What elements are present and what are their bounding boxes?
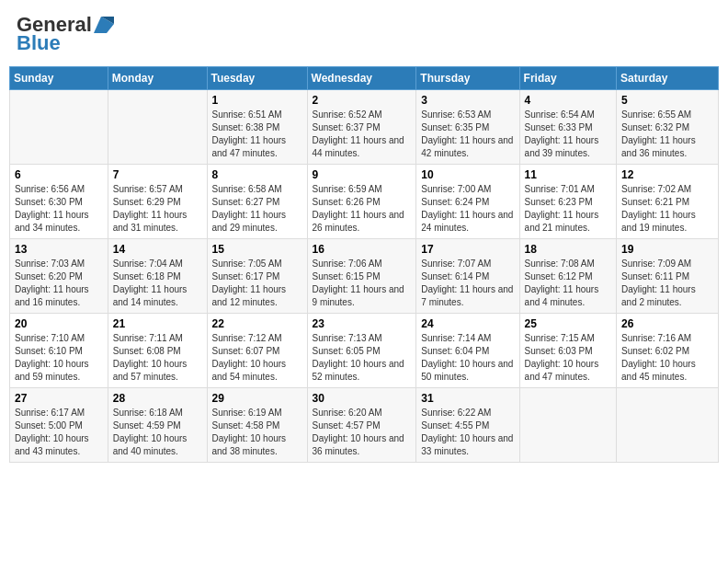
day-number: 8 — [212, 168, 302, 181]
day-header-sunday: Sunday — [10, 67, 108, 90]
day-info: Sunrise: 6:17 AMSunset: 5:00 PMDaylight:… — [15, 407, 103, 458]
calendar-cell: 3Sunrise: 6:53 AMSunset: 6:35 PMDaylight… — [416, 90, 519, 165]
day-info: Sunrise: 6:22 AMSunset: 4:55 PMDaylight:… — [421, 407, 514, 458]
day-number: 27 — [15, 392, 103, 405]
calendar-cell: 20Sunrise: 7:10 AMSunset: 6:10 PMDayligh… — [10, 314, 108, 388]
day-info: Sunrise: 7:05 AMSunset: 6:17 PMDaylight:… — [212, 258, 302, 309]
day-number: 24 — [421, 317, 514, 330]
calendar-cell: 19Sunrise: 7:09 AMSunset: 6:11 PMDayligh… — [617, 239, 719, 314]
calendar-cell: 6Sunrise: 6:56 AMSunset: 6:30 PMDaylight… — [10, 165, 108, 239]
day-number: 5 — [621, 94, 713, 107]
day-number: 3 — [421, 94, 514, 107]
day-info: Sunrise: 6:18 AMSunset: 4:59 PMDaylight:… — [113, 407, 202, 458]
calendar-cell: 25Sunrise: 7:15 AMSunset: 6:03 PMDayligh… — [519, 314, 616, 388]
day-header-tuesday: Tuesday — [207, 67, 307, 90]
day-info: Sunrise: 7:09 AMSunset: 6:11 PMDaylight:… — [621, 258, 713, 309]
day-number: 28 — [113, 392, 202, 405]
logo-icon — [94, 17, 114, 33]
day-info: Sunrise: 6:52 AMSunset: 6:37 PMDaylight:… — [313, 109, 412, 160]
day-info: Sunrise: 6:56 AMSunset: 6:30 PMDaylight:… — [15, 183, 103, 235]
day-number: 30 — [313, 392, 412, 405]
calendar-cell: 10Sunrise: 7:00 AMSunset: 6:24 PMDayligh… — [416, 165, 519, 239]
day-number: 2 — [313, 94, 412, 107]
day-info: Sunrise: 7:06 AMSunset: 6:15 PMDaylight:… — [313, 258, 412, 309]
day-header-friday: Friday — [519, 67, 616, 90]
calendar-cell: 22Sunrise: 7:12 AMSunset: 6:07 PMDayligh… — [207, 314, 307, 388]
calendar-cell — [10, 90, 108, 165]
calendar-cell: 28Sunrise: 6:18 AMSunset: 4:59 PMDayligh… — [108, 388, 207, 463]
calendar-cell: 17Sunrise: 7:07 AMSunset: 6:14 PMDayligh… — [416, 239, 519, 314]
day-header-monday: Monday — [108, 67, 207, 90]
day-info: Sunrise: 7:16 AMSunset: 6:02 PMDaylight:… — [621, 332, 713, 384]
calendar-cell: 8Sunrise: 6:58 AMSunset: 6:27 PMDaylight… — [207, 165, 307, 239]
calendar-cell: 24Sunrise: 7:14 AMSunset: 6:04 PMDayligh… — [416, 314, 519, 388]
logo: General Blue — [17, 13, 114, 55]
day-number: 11 — [525, 168, 611, 181]
calendar-header-row: SundayMondayTuesdayWednesdayThursdayFrid… — [10, 67, 719, 90]
day-number: 21 — [113, 317, 202, 330]
calendar-cell: 15Sunrise: 7:05 AMSunset: 6:17 PMDayligh… — [207, 239, 307, 314]
day-number: 4 — [525, 94, 611, 107]
day-number: 1 — [212, 94, 302, 107]
logo-blue: Blue — [17, 31, 61, 55]
calendar-cell: 26Sunrise: 7:16 AMSunset: 6:02 PMDayligh… — [617, 314, 719, 388]
day-header-thursday: Thursday — [416, 67, 519, 90]
day-info: Sunrise: 6:53 AMSunset: 6:35 PMDaylight:… — [421, 109, 514, 160]
calendar-cell — [617, 388, 719, 463]
calendar-cell: 16Sunrise: 7:06 AMSunset: 6:15 PMDayligh… — [307, 239, 416, 314]
day-info: Sunrise: 6:19 AMSunset: 4:58 PMDaylight:… — [212, 407, 302, 458]
day-number: 25 — [525, 317, 611, 330]
calendar-cell: 11Sunrise: 7:01 AMSunset: 6:23 PMDayligh… — [519, 165, 616, 239]
day-info: Sunrise: 7:04 AMSunset: 6:18 PMDaylight:… — [113, 258, 202, 309]
calendar-cell: 9Sunrise: 6:59 AMSunset: 6:26 PMDaylight… — [307, 165, 416, 239]
calendar-cell: 30Sunrise: 6:20 AMSunset: 4:57 PMDayligh… — [307, 388, 416, 463]
calendar-cell: 7Sunrise: 6:57 AMSunset: 6:29 PMDaylight… — [108, 165, 207, 239]
day-number: 19 — [621, 243, 713, 256]
calendar-cell: 12Sunrise: 7:02 AMSunset: 6:21 PMDayligh… — [617, 165, 719, 239]
day-number: 17 — [421, 243, 514, 256]
day-info: Sunrise: 7:01 AMSunset: 6:23 PMDaylight:… — [525, 183, 611, 235]
calendar-cell: 4Sunrise: 6:54 AMSunset: 6:33 PMDaylight… — [519, 90, 616, 165]
calendar-table: SundayMondayTuesdayWednesdayThursdayFrid… — [9, 66, 719, 463]
calendar-cell: 2Sunrise: 6:52 AMSunset: 6:37 PMDaylight… — [307, 90, 416, 165]
day-info: Sunrise: 6:58 AMSunset: 6:27 PMDaylight:… — [212, 183, 302, 235]
day-info: Sunrise: 6:59 AMSunset: 6:26 PMDaylight:… — [313, 183, 412, 235]
calendar-cell: 13Sunrise: 7:03 AMSunset: 6:20 PMDayligh… — [10, 239, 108, 314]
page-header: General Blue — [9, 9, 719, 59]
day-number: 6 — [15, 168, 103, 181]
day-number: 31 — [421, 392, 514, 405]
calendar-week-row: 6Sunrise: 6:56 AMSunset: 6:30 PMDaylight… — [10, 165, 719, 239]
day-info: Sunrise: 6:51 AMSunset: 6:38 PMDaylight:… — [212, 109, 302, 160]
day-number: 29 — [212, 392, 302, 405]
calendar-week-row: 13Sunrise: 7:03 AMSunset: 6:20 PMDayligh… — [10, 239, 719, 314]
day-info: Sunrise: 7:08 AMSunset: 6:12 PMDaylight:… — [525, 258, 611, 309]
day-number: 20 — [15, 317, 103, 330]
day-info: Sunrise: 7:11 AMSunset: 6:08 PMDaylight:… — [113, 332, 202, 384]
day-info: Sunrise: 6:55 AMSunset: 6:32 PMDaylight:… — [621, 109, 713, 160]
calendar-cell — [108, 90, 207, 165]
calendar-cell: 18Sunrise: 7:08 AMSunset: 6:12 PMDayligh… — [519, 239, 616, 314]
day-info: Sunrise: 7:00 AMSunset: 6:24 PMDaylight:… — [421, 183, 514, 235]
day-number: 16 — [313, 243, 412, 256]
day-header-wednesday: Wednesday — [307, 67, 416, 90]
day-number: 7 — [113, 168, 202, 181]
day-info: Sunrise: 6:54 AMSunset: 6:33 PMDaylight:… — [525, 109, 611, 160]
day-info: Sunrise: 7:03 AMSunset: 6:20 PMDaylight:… — [15, 258, 103, 309]
day-header-saturday: Saturday — [617, 67, 719, 90]
calendar-cell: 27Sunrise: 6:17 AMSunset: 5:00 PMDayligh… — [10, 388, 108, 463]
calendar-cell: 23Sunrise: 7:13 AMSunset: 6:05 PMDayligh… — [307, 314, 416, 388]
day-info: Sunrise: 7:07 AMSunset: 6:14 PMDaylight:… — [421, 258, 514, 309]
day-number: 22 — [212, 317, 302, 330]
day-number: 23 — [313, 317, 412, 330]
calendar-week-row: 1Sunrise: 6:51 AMSunset: 6:38 PMDaylight… — [10, 90, 719, 165]
day-info: Sunrise: 7:10 AMSunset: 6:10 PMDaylight:… — [15, 332, 103, 384]
day-number: 26 — [621, 317, 713, 330]
day-number: 13 — [15, 243, 103, 256]
calendar-cell: 1Sunrise: 6:51 AMSunset: 6:38 PMDaylight… — [207, 90, 307, 165]
day-number: 15 — [212, 243, 302, 256]
calendar-cell: 21Sunrise: 7:11 AMSunset: 6:08 PMDayligh… — [108, 314, 207, 388]
day-info: Sunrise: 7:15 AMSunset: 6:03 PMDaylight:… — [525, 332, 611, 384]
calendar-cell: 14Sunrise: 7:04 AMSunset: 6:18 PMDayligh… — [108, 239, 207, 314]
day-info: Sunrise: 6:57 AMSunset: 6:29 PMDaylight:… — [113, 183, 202, 235]
day-info: Sunrise: 6:20 AMSunset: 4:57 PMDaylight:… — [313, 407, 412, 458]
